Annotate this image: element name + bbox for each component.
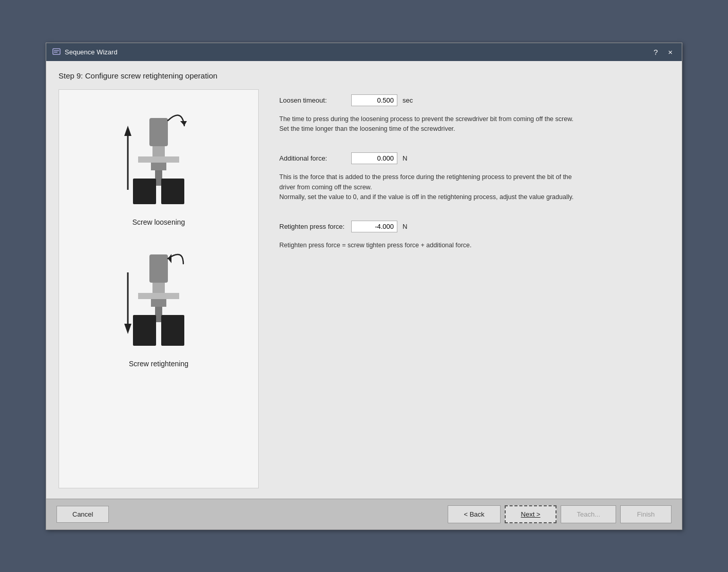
additional-force-description: This is the force that is added to the p…	[279, 172, 577, 202]
title-bar-controls: ? ×	[650, 47, 676, 57]
title-bar-left: Sequence Wizard	[52, 48, 118, 56]
loosening-label: Screw loosening	[132, 218, 185, 226]
retighten-press-force-label: Retighten press force:	[279, 223, 346, 230]
next-button[interactable]: Next >	[505, 505, 557, 523]
content-area: Step 9: Configure screw retightening ope…	[46, 61, 682, 499]
teach-button[interactable]: Teach...	[561, 505, 616, 523]
help-button[interactable]: ?	[650, 47, 661, 57]
additional-force-label: Additional force:	[279, 154, 346, 162]
footer-left: Cancel	[56, 506, 109, 523]
svg-rect-20	[155, 307, 162, 322]
loosen-timeout-row: Loosen timeout: sec	[279, 94, 669, 106]
retightening-diagram-section: Screw retightening	[107, 242, 210, 368]
back-button[interactable]: < Back	[448, 505, 500, 523]
loosening-diagram-section: Screw loosening	[107, 100, 210, 226]
main-window: Sequence Wizard ? × Step 9: Configure sc…	[46, 43, 682, 530]
footer-right: < Back Next > Teach... Finish	[448, 505, 672, 523]
retighten-press-force-unit: N	[403, 223, 407, 230]
right-panel: Loosen timeout: sec The time to press du…	[279, 89, 669, 488]
retighten-press-force-input[interactable]	[351, 221, 397, 232]
diagram-panel: Screw loosening	[59, 89, 259, 488]
svg-rect-9	[151, 163, 166, 170]
window-icon	[52, 48, 61, 56]
svg-rect-8	[138, 156, 179, 163]
svg-rect-0	[53, 49, 60, 54]
svg-marker-4	[124, 126, 131, 136]
cancel-button[interactable]: Cancel	[56, 506, 109, 523]
svg-rect-15	[149, 254, 168, 283]
svg-rect-17	[152, 283, 165, 293]
footer: Cancel < Back Next > Teach... Finish	[46, 499, 682, 529]
close-button[interactable]: ×	[665, 47, 676, 57]
additional-force-row: Additional force: N	[279, 152, 669, 164]
loosen-timeout-unit: sec	[403, 96, 413, 104]
svg-rect-11	[133, 179, 156, 204]
svg-rect-2	[54, 52, 58, 53]
svg-rect-7	[152, 146, 165, 156]
svg-marker-14	[124, 324, 131, 334]
svg-rect-10	[155, 170, 162, 186]
loosen-timeout-description: The time to press during the loosening p…	[279, 114, 577, 134]
additional-force-unit: N	[403, 154, 407, 162]
svg-rect-19	[151, 299, 166, 307]
additional-force-input[interactable]	[351, 152, 397, 164]
loosening-diagram	[107, 100, 210, 213]
svg-rect-12	[161, 179, 184, 204]
retighten-formula-description: Retighten press force = screw tighten pr…	[279, 241, 577, 250]
svg-rect-21	[133, 315, 156, 346]
svg-rect-5	[149, 118, 168, 146]
retighten-press-force-row: Retighten press force: N	[279, 221, 669, 232]
svg-rect-18	[138, 293, 179, 299]
svg-rect-1	[54, 50, 59, 51]
window-title: Sequence Wizard	[65, 48, 118, 56]
svg-rect-22	[161, 315, 184, 346]
retightening-diagram	[107, 242, 210, 354]
svg-marker-6	[180, 121, 187, 126]
step-title: Step 9: Configure screw retightening ope…	[59, 71, 669, 80]
main-content: Screw loosening	[59, 89, 669, 488]
retightening-label: Screw retightening	[129, 360, 188, 368]
svg-marker-16	[168, 254, 171, 263]
title-bar: Sequence Wizard ? ×	[46, 43, 682, 61]
loosen-timeout-input[interactable]	[351, 94, 397, 106]
finish-button[interactable]: Finish	[620, 505, 672, 523]
loosen-timeout-label: Loosen timeout:	[279, 96, 346, 104]
